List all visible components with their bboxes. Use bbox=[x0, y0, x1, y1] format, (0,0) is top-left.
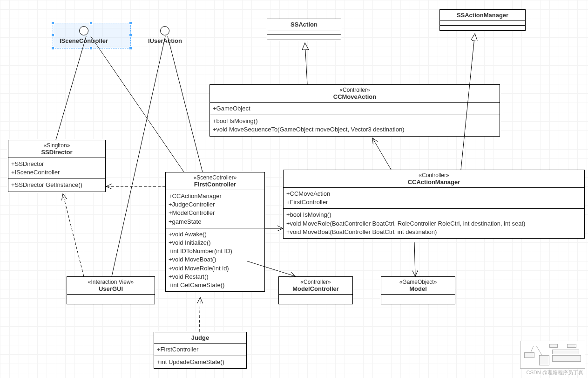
op: +void MoveBoat(BoatController BoatCtrl, … bbox=[286, 228, 581, 236]
op: +int UpdadeGameState() bbox=[157, 358, 243, 366]
class-firstcontroller[interactable]: «SceneCotroller» FirstController +CCActi… bbox=[165, 172, 265, 292]
stereotype: «Interaction View» bbox=[70, 279, 152, 285]
op: +bool IsMoving() bbox=[286, 211, 581, 219]
attr: +SSDirector bbox=[11, 160, 102, 168]
class-ssactionmanager[interactable]: SSActionManager bbox=[439, 9, 526, 31]
class-name: SSDirector bbox=[11, 149, 102, 156]
class-name: Judge bbox=[157, 334, 243, 341]
op: +void MoveRole(BoatController BoatCtrl, … bbox=[286, 220, 581, 228]
class-modelcontroller[interactable]: «Controller» ModelController bbox=[278, 276, 353, 304]
op: +void Awake() bbox=[169, 230, 262, 239]
class-judge[interactable]: Judge +FirstController +int UpdadeGameSt… bbox=[154, 332, 247, 369]
class-name: CCActionManager bbox=[286, 179, 581, 186]
op: +void Restart() bbox=[169, 273, 262, 281]
attr: +gameState bbox=[169, 218, 262, 226]
op: +void MoveRole(int id) bbox=[169, 264, 262, 273]
class-name: SSActionManager bbox=[443, 12, 522, 19]
class-model[interactable]: «GameObject» Model bbox=[381, 276, 455, 304]
svg-line-11 bbox=[199, 297, 200, 332]
op: +bool IsMoving() bbox=[213, 117, 497, 125]
svg-line-12 bbox=[531, 346, 534, 352]
op: +void Initialize() bbox=[169, 239, 262, 247]
svg-line-3 bbox=[112, 36, 165, 276]
interface-label: IUserAction bbox=[148, 37, 182, 44]
attr: +CCMoveAction bbox=[286, 190, 581, 198]
class-ccmoveaction[interactable]: «Controller» CCMoveAction +GameObject +b… bbox=[210, 84, 500, 137]
op: +int IDToNumber(int ID) bbox=[169, 247, 262, 255]
minimap[interactable] bbox=[520, 341, 585, 369]
class-name: ModelController bbox=[282, 285, 350, 292]
stereotype: «SceneCotroller» bbox=[169, 174, 262, 181]
attr: +ISceneController bbox=[11, 168, 102, 177]
op: +int GetGameState() bbox=[169, 281, 262, 289]
attr: +FirstController bbox=[286, 198, 581, 206]
stereotype: «Singlton» bbox=[11, 142, 102, 149]
class-name: CCMoveAction bbox=[213, 93, 497, 100]
interface-iuser-action[interactable]: IUserAction bbox=[148, 26, 182, 44]
class-ssaction[interactable]: SSAction bbox=[267, 19, 341, 40]
class-ssdirector[interactable]: «Singlton» SSDirector +SSDirector +IScen… bbox=[8, 140, 106, 192]
stereotype: «Controller» bbox=[213, 87, 497, 93]
op: +void MoveBoat() bbox=[169, 255, 262, 264]
svg-line-2 bbox=[168, 36, 203, 172]
class-name: UserGUI bbox=[70, 285, 152, 292]
class-ccactionmanager[interactable]: «Controller» CCActionManager +CCMoveActi… bbox=[283, 170, 585, 239]
attr: +FirstController bbox=[157, 345, 243, 354]
op: +void MoveSequenceTo(GameObject moveObje… bbox=[213, 125, 497, 134]
class-name: Model bbox=[384, 285, 452, 292]
class-name: SSAction bbox=[270, 21, 338, 28]
attr: +GameObject bbox=[213, 104, 497, 113]
svg-line-6 bbox=[414, 242, 415, 276]
interface-iscene-controller[interactable]: ISceneController bbox=[60, 26, 108, 44]
svg-line-0 bbox=[56, 36, 86, 140]
op: +SSDirector GetInstance() bbox=[11, 181, 102, 189]
attr: +CCActionManager bbox=[169, 192, 262, 200]
stereotype: «Controller» bbox=[286, 172, 581, 179]
class-usergui[interactable]: «Interaction View» UserGUI bbox=[67, 276, 155, 304]
class-name: FirstController bbox=[169, 181, 262, 188]
lollipop-circle bbox=[79, 26, 88, 35]
lollipop-circle bbox=[160, 26, 169, 35]
attr: +ModelController bbox=[169, 209, 262, 217]
svg-line-5 bbox=[372, 138, 391, 170]
svg-line-13 bbox=[536, 346, 542, 355]
stereotype: «GameObject» bbox=[384, 279, 452, 285]
attr: +JudgeController bbox=[169, 200, 262, 209]
watermark: CSDN @理塘程序员丁真 bbox=[527, 369, 583, 376]
svg-line-4 bbox=[305, 43, 307, 84]
interface-label: ISceneController bbox=[60, 37, 108, 44]
stereotype: «Controller» bbox=[282, 279, 350, 285]
svg-line-10 bbox=[63, 194, 84, 276]
